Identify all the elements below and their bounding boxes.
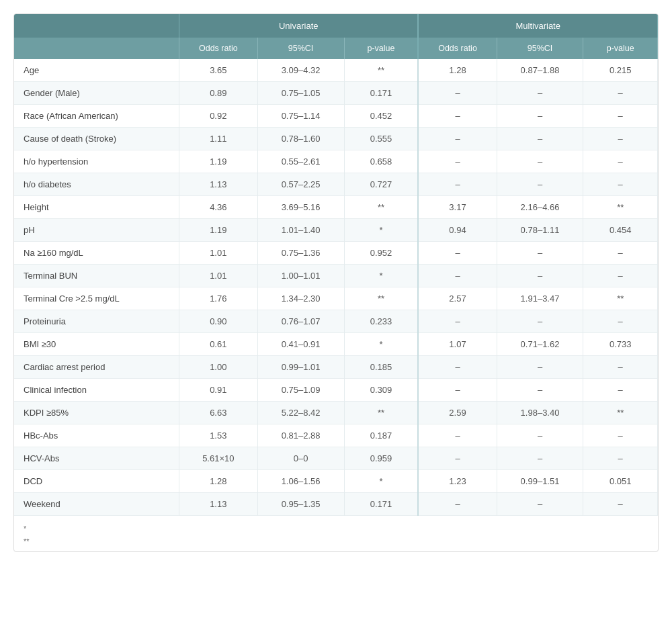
data-cell: ** xyxy=(344,402,418,424)
data-cell: 3.65 xyxy=(179,59,258,82)
variable-cell: HCV-Abs xyxy=(14,447,179,470)
data-cell: – xyxy=(418,128,497,150)
main-table-container: Univariate Multivariate Odds ratio 95%CI… xyxy=(13,13,659,552)
data-cell: * xyxy=(344,219,418,242)
statistics-table: Univariate Multivariate Odds ratio 95%CI… xyxy=(14,14,658,516)
data-cell: – xyxy=(583,242,658,265)
data-cell: 3.17 xyxy=(418,196,497,219)
data-cell: 1.28 xyxy=(418,59,497,82)
header-row-1: Univariate Multivariate xyxy=(14,14,658,38)
data-cell: 1.91–3.47 xyxy=(497,287,583,310)
data-cell: 1.07 xyxy=(418,333,497,356)
data-cell: 1.76 xyxy=(179,287,258,310)
data-cell: 1.00–1.01 xyxy=(257,265,344,287)
table-row: Proteinuria0.900.76–1.070.233––– xyxy=(14,310,658,333)
data-cell: 3.69–5.16 xyxy=(257,196,344,219)
variable-cell: BMI ≥30 xyxy=(14,333,179,356)
data-cell: 0.309 xyxy=(344,379,418,402)
footnote-section: * ** xyxy=(14,516,658,551)
data-cell: 0.92 xyxy=(179,105,258,128)
data-cell: – xyxy=(418,493,497,516)
data-cell: – xyxy=(418,424,497,447)
data-cell: – xyxy=(418,310,497,333)
data-cell: – xyxy=(583,82,658,105)
variable-cell: KDPI ≥85% xyxy=(14,402,179,424)
data-cell: 0.187 xyxy=(344,424,418,447)
data-cell: 0.555 xyxy=(344,128,418,150)
data-cell: ** xyxy=(344,196,418,219)
data-cell: * xyxy=(344,470,418,493)
data-cell: ** xyxy=(583,196,658,219)
data-cell: – xyxy=(497,379,583,402)
data-cell: 0.75–1.05 xyxy=(257,82,344,105)
data-cell: 0.78–1.11 xyxy=(497,219,583,242)
variable-cell: Proteinuria xyxy=(14,310,179,333)
data-cell: 0.76–1.07 xyxy=(257,310,344,333)
variable-cell: Race (African American) xyxy=(14,105,179,128)
data-cell: – xyxy=(583,265,658,287)
data-cell: – xyxy=(418,242,497,265)
table-row: Terminal Cre >2.5 mg/dL1.761.34–2.30**2.… xyxy=(14,287,658,310)
variable-cell: Height xyxy=(14,196,179,219)
data-cell: 1.11 xyxy=(179,128,258,150)
table-row: Weekend1.130.95–1.350.171––– xyxy=(14,493,658,516)
data-cell: 0.99–1.51 xyxy=(497,470,583,493)
data-cell: 0.99–1.01 xyxy=(257,356,344,379)
data-cell: 0.658 xyxy=(344,150,418,173)
data-cell: – xyxy=(418,173,497,196)
data-cell: – xyxy=(583,128,658,150)
variable-cell: pH xyxy=(14,219,179,242)
data-cell: 0.959 xyxy=(344,447,418,470)
variable-cell: Age xyxy=(14,59,179,82)
uni-pval-header: p-value xyxy=(344,38,418,59)
data-cell: * xyxy=(344,333,418,356)
variable-cell: DCD xyxy=(14,470,179,493)
data-cell: 1.53 xyxy=(179,424,258,447)
data-cell: 1.01 xyxy=(179,265,258,287)
data-cell: 1.13 xyxy=(179,493,258,516)
data-cell: 3.09–4.32 xyxy=(257,59,344,82)
data-cell: 0.75–1.36 xyxy=(257,242,344,265)
data-cell: – xyxy=(497,447,583,470)
data-cell: – xyxy=(583,356,658,379)
table-row: Gender (Male)0.890.75–1.050.171––– xyxy=(14,82,658,105)
table-row: Clinical infection0.910.75–1.090.309––– xyxy=(14,379,658,402)
table-row: Race (African American)0.920.75–1.140.45… xyxy=(14,105,658,128)
data-cell: 5.61×10 xyxy=(179,447,258,470)
variable-cell: Gender (Male) xyxy=(14,82,179,105)
data-cell: – xyxy=(583,150,658,173)
data-cell: – xyxy=(583,173,658,196)
empty-header xyxy=(14,14,179,38)
data-cell: 0.171 xyxy=(344,82,418,105)
data-cell: – xyxy=(497,173,583,196)
data-cell: 0.87–1.88 xyxy=(497,59,583,82)
table-row: DCD1.281.06–1.56*1.230.99–1.510.051 xyxy=(14,470,658,493)
data-cell: 1.19 xyxy=(179,150,258,173)
data-cell: 0.90 xyxy=(179,310,258,333)
data-cell: – xyxy=(497,82,583,105)
data-cell: 1.19 xyxy=(179,219,258,242)
data-cell: 1.01–1.40 xyxy=(257,219,344,242)
data-cell: 1.01 xyxy=(179,242,258,265)
data-cell: 0.78–1.60 xyxy=(257,128,344,150)
footnote-double-star: ** xyxy=(24,535,648,548)
table-row: BMI ≥300.610.41–0.91*1.070.71–1.620.733 xyxy=(14,333,658,356)
table-row: HBc-Abs1.530.81–2.880.187––– xyxy=(14,424,658,447)
data-cell: * xyxy=(344,265,418,287)
data-cell: ** xyxy=(583,402,658,424)
data-cell: – xyxy=(418,379,497,402)
univariate-header: Univariate xyxy=(179,14,419,38)
data-cell: 0–0 xyxy=(257,447,344,470)
data-cell: 0.233 xyxy=(344,310,418,333)
data-cell: 0.55–2.61 xyxy=(257,150,344,173)
variable-cell: Clinical infection xyxy=(14,379,179,402)
variable-cell: Weekend xyxy=(14,493,179,516)
data-cell: 6.63 xyxy=(179,402,258,424)
table-row: Cause of death (Stroke)1.110.78–1.600.55… xyxy=(14,128,658,150)
data-cell: – xyxy=(418,356,497,379)
table-row: HCV-Abs5.61×100–00.959––– xyxy=(14,447,658,470)
data-cell: 1.13 xyxy=(179,173,258,196)
data-cell: 0.75–1.14 xyxy=(257,105,344,128)
data-cell: – xyxy=(583,379,658,402)
data-cell: 1.28 xyxy=(179,470,258,493)
